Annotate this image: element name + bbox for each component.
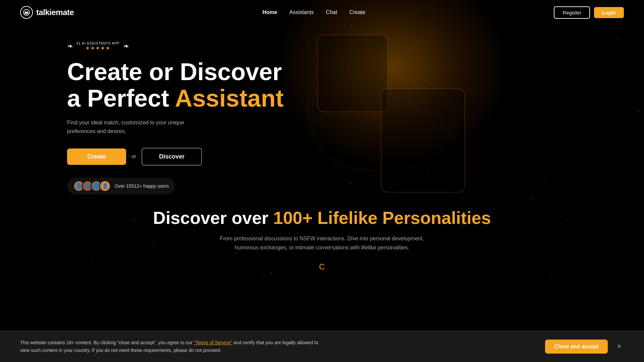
nav-assistants[interactable]: Assistants (289, 9, 314, 15)
brand-name: talkiemate (36, 8, 74, 17)
hero-heading: Create or Discover a Perfect Assistant (67, 59, 284, 112)
logo-icon (20, 6, 33, 19)
nav-chat[interactable]: Chat (326, 9, 337, 15)
laurel-right-icon: ❧ (123, 42, 129, 51)
discover-heading: Discover over 100+ Lifelike Personalitie… (7, 208, 637, 228)
avatar-stack: 👤 👤 👤 👤 (73, 180, 111, 192)
hero-heading-accent: Assistant (175, 85, 284, 112)
svg-point-11 (416, 78, 417, 79)
loading-indicator: C (7, 262, 637, 272)
navbar: talkiemate Home Assistants Chat Create R… (0, 0, 644, 25)
logo[interactable]: talkiemate (20, 6, 74, 19)
svg-point-24 (389, 83, 390, 84)
award-title: #1 AI Assistants App (76, 42, 120, 45)
lower-section: Discover over 100+ Lifelike Personalitie… (0, 208, 644, 272)
hero-heading-line1: Create or Discover (67, 58, 282, 85)
svg-point-2 (25, 11, 26, 12)
hero-heading-line2-prefix: a Perfect (67, 85, 175, 112)
login-button[interactable]: Login (594, 7, 624, 18)
hero-subtext: Find your ideal match, customized to you… (67, 118, 208, 135)
nav-create[interactable]: Create (349, 9, 365, 15)
svg-point-3 (27, 11, 28, 12)
laurel-left-icon: ❧ (67, 42, 73, 51)
nav-links: Home Assistants Chat Create (262, 9, 365, 15)
hero-card-1 (317, 35, 388, 112)
svg-point-16 (390, 73, 391, 74)
avatar-4: 👤 (99, 180, 111, 192)
happy-users-text: Over 15512+ happy users (115, 183, 169, 189)
discover-heading-accent: 100+ Lifelike Personalities (273, 208, 491, 228)
cookie-actions: Close and accept × (545, 340, 624, 354)
nav-buttons: Register Login (554, 6, 624, 19)
create-button[interactable]: Create (67, 148, 126, 165)
register-button[interactable]: Register (554, 6, 590, 19)
cta-or-text: or (131, 154, 136, 160)
svg-point-17 (400, 76, 402, 77)
cookie-close-button[interactable]: × (614, 341, 624, 352)
award-text: #1 AI Assistants App ★★★★★ (76, 42, 120, 51)
close-and-accept-button[interactable]: Close and accept (545, 340, 608, 354)
hero-decorative (297, 35, 610, 176)
svg-point-10 (407, 71, 409, 72)
svg-point-1 (24, 12, 29, 14)
spinner-letter: C (319, 262, 325, 272)
discover-button[interactable]: Discover (142, 148, 202, 166)
nav-home[interactable]: Home (262, 9, 277, 15)
discover-subtext: From professional discussions to NSFW in… (218, 234, 426, 252)
cookie-text-before-link: This website contains 18+ content. By cl… (20, 340, 194, 345)
svg-point-36 (343, 115, 345, 116)
hero-content: ❧ #1 AI Assistants App ★★★★★ ❧ Create or… (67, 35, 284, 194)
cookie-text: This website contains 18+ content. By cl… (20, 339, 322, 354)
svg-point-9 (397, 66, 398, 67)
hero-card-2 (381, 88, 465, 192)
award-stars: ★★★★★ (76, 45, 120, 51)
hero-cta-group: Create or Discover (67, 148, 284, 166)
svg-point-25 (399, 86, 400, 87)
happy-users-badge: 👤 👤 👤 👤 Over 15512+ happy users (67, 178, 175, 194)
svg-point-18 (411, 81, 412, 82)
cookie-banner: This website contains 18+ content. By cl… (0, 330, 644, 362)
discover-heading-prefix: Discover over (153, 208, 273, 228)
award-badge: ❧ #1 AI Assistants App ★★★★★ ❧ (67, 42, 284, 51)
hero-section: ❧ #1 AI Assistants App ★★★★★ ❧ Create or… (0, 25, 644, 194)
terms-of-service-link[interactable]: "Terms of Service" (194, 340, 232, 345)
